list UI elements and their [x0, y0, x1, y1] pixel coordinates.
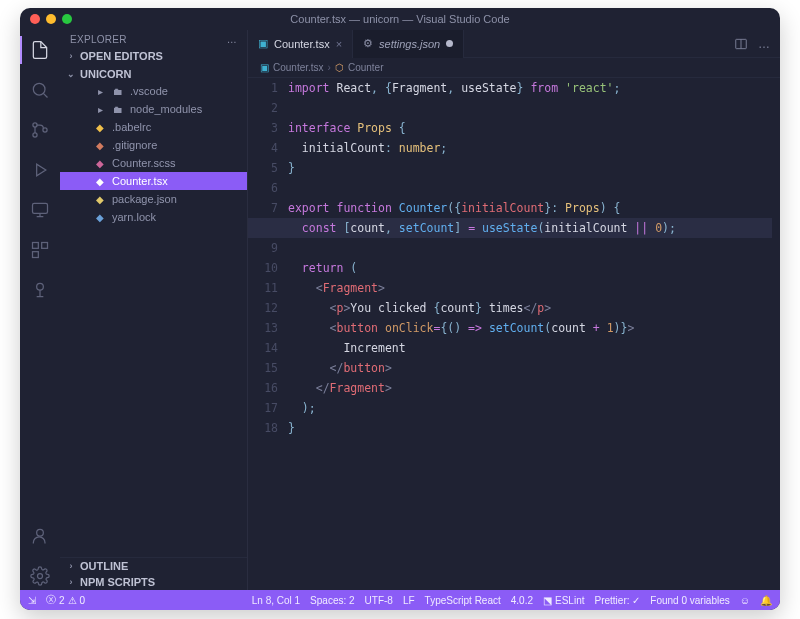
encoding[interactable]: UTF-8: [365, 595, 393, 606]
code-line[interactable]: [288, 238, 772, 258]
explorer-more-icon[interactable]: …: [227, 34, 237, 45]
open-editors-section[interactable]: › OPEN EDITORS: [60, 48, 247, 64]
settings-icon: ⚙: [363, 37, 373, 50]
scss-icon: ◆: [94, 157, 106, 169]
extensions-activity-icon[interactable]: [26, 236, 54, 264]
npm-scripts-section[interactable]: › NPM SCRIPTS: [60, 574, 247, 590]
code-line[interactable]: [288, 98, 772, 118]
accounts-activity-icon[interactable]: [26, 522, 54, 550]
notifications-icon[interactable]: 🔔: [760, 595, 772, 606]
code-line[interactable]: <button onClick={() => setCount(count + …: [288, 318, 772, 338]
folder-item--vscode[interactable]: ▸🖿.vscode: [60, 82, 247, 100]
folder-icon: 🖿: [112, 85, 124, 97]
explorer-sidebar: EXPLORER … › OPEN EDITORS ⌄ UNICORN ▸🖿.v…: [60, 30, 248, 590]
prettier-status[interactable]: Prettier: ✓: [594, 595, 640, 606]
debug-activity-icon[interactable]: [26, 156, 54, 184]
file-item-Counter-tsx[interactable]: ◆Counter.tsx: [60, 172, 247, 190]
explorer-activity-icon[interactable]: [26, 36, 54, 64]
code-line[interactable]: Increment: [288, 338, 772, 358]
svg-point-8: [37, 283, 44, 290]
remote-indicator[interactable]: ⇲: [28, 595, 36, 606]
code-line[interactable]: }: [288, 418, 772, 438]
minimize-window-button[interactable]: [46, 14, 56, 24]
window-title: Counter.tsx — unicorn — Visual Studio Co…: [20, 13, 780, 25]
code-line[interactable]: </button>: [288, 358, 772, 378]
outline-section[interactable]: › OUTLINE: [60, 558, 247, 574]
tab-more-icon[interactable]: …: [758, 37, 770, 51]
error-icon: ⓧ: [46, 593, 56, 607]
svg-rect-7: [33, 252, 39, 258]
line-number: 17: [248, 398, 278, 418]
language-mode[interactable]: TypeScript React: [425, 595, 501, 606]
remote-activity-icon[interactable]: [26, 196, 54, 224]
babel-icon: ◆: [94, 121, 106, 133]
file-name-label: .vscode: [130, 85, 168, 97]
svg-point-2: [33, 133, 37, 137]
code-line[interactable]: export function Counter({initialCount}: …: [288, 198, 772, 218]
file-name-label: .babelrc: [112, 121, 151, 133]
svg-rect-5: [33, 243, 39, 249]
editor[interactable]: 123456789101112131415161718 import React…: [248, 78, 780, 590]
misc-activity-icon[interactable]: [26, 276, 54, 304]
status-bar: ⇲ ⓧ2 ⚠0 Ln 8, Col 1 Spaces: 2 UTF-8 LF T…: [20, 590, 780, 610]
code-line[interactable]: interface Props {: [288, 118, 772, 138]
tsx-icon: ◆: [94, 175, 106, 187]
line-number: 2: [248, 98, 278, 118]
chevron-down-icon: ⌄: [66, 69, 76, 79]
line-number: 9: [248, 238, 278, 258]
tsx-file-icon: ▣: [258, 37, 268, 50]
git-icon: ◆: [94, 139, 106, 151]
file-item-Counter-scss[interactable]: ◆Counter.scss: [60, 154, 247, 172]
maximize-window-button[interactable]: [62, 14, 72, 24]
code-line[interactable]: [288, 178, 772, 198]
code-line[interactable]: const [count, setCount] = useState(initi…: [248, 218, 772, 238]
file-item--babelrc[interactable]: ◆.babelrc: [60, 118, 247, 136]
feedback-icon[interactable]: ☺: [740, 595, 750, 606]
cursor-position[interactable]: Ln 8, Col 1: [252, 595, 300, 606]
editor-tab-settings-json[interactable]: ⚙settings.json: [353, 30, 464, 58]
svg-rect-4: [33, 203, 48, 213]
editor-tab-Counter-tsx[interactable]: ▣Counter.tsx×: [248, 30, 353, 58]
close-tab-icon[interactable]: ×: [336, 38, 342, 50]
explorer-title: EXPLORER: [70, 34, 127, 45]
line-number: 3: [248, 118, 278, 138]
line-number: 13: [248, 318, 278, 338]
indentation[interactable]: Spaces: 2: [310, 595, 354, 606]
variables-status[interactable]: Found 0 variables: [650, 595, 730, 606]
activity-bar: [20, 30, 60, 590]
code-content[interactable]: import React, {Fragment, useState} from …: [288, 78, 780, 590]
code-line[interactable]: );: [288, 398, 772, 418]
folder-icon: ▸: [94, 85, 106, 97]
code-line[interactable]: }: [288, 158, 772, 178]
scm-activity-icon[interactable]: [26, 116, 54, 144]
search-activity-icon[interactable]: [26, 76, 54, 104]
file-item-package-json[interactable]: ◆package.json: [60, 190, 247, 208]
code-line[interactable]: <Fragment>: [288, 278, 772, 298]
folder-icon: ▸: [94, 103, 106, 115]
file-name-label: Counter.tsx: [112, 175, 168, 187]
workspace-section[interactable]: ⌄ UNICORN: [60, 66, 247, 82]
tsx-file-icon: ▣: [260, 62, 269, 73]
eol[interactable]: LF: [403, 595, 415, 606]
eslint-status[interactable]: ⬔ ESLint: [543, 595, 584, 606]
breadcrumb[interactable]: ▣ Counter.tsx › ⬡ Counter: [248, 58, 780, 78]
code-line[interactable]: <p>You clicked {count} times</p>: [288, 298, 772, 318]
code-line[interactable]: return (: [288, 258, 772, 278]
file-name-label: yarn.lock: [112, 211, 156, 223]
file-item--gitignore[interactable]: ◆.gitignore: [60, 136, 247, 154]
file-item-yarn-lock[interactable]: ◆yarn.lock: [60, 208, 247, 226]
folder-item-node_modules[interactable]: ▸🖿node_modules: [60, 100, 247, 118]
split-editor-icon[interactable]: [734, 37, 748, 51]
settings-activity-icon[interactable]: [26, 562, 54, 590]
editor-area: ▣Counter.tsx×⚙settings.json … ▣ Counter.…: [248, 30, 780, 590]
close-window-button[interactable]: [30, 14, 40, 24]
code-line[interactable]: import React, {Fragment, useState} from …: [288, 78, 772, 98]
line-number: 6: [248, 178, 278, 198]
git-branch-status[interactable]: ⓧ2 ⚠0: [46, 593, 85, 607]
json-icon: ◆: [94, 193, 106, 205]
svg-point-1: [33, 123, 37, 127]
code-line[interactable]: initialCount: number;: [288, 138, 772, 158]
code-line[interactable]: </Fragment>: [288, 378, 772, 398]
line-number: 10: [248, 258, 278, 278]
typescript-version[interactable]: 4.0.2: [511, 595, 533, 606]
